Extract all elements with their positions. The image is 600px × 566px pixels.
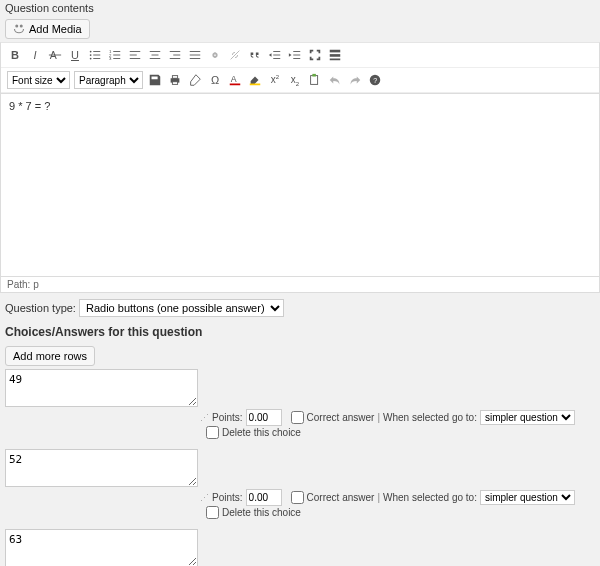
svg-rect-35	[330, 50, 341, 53]
editor-path: Path: p	[0, 277, 600, 293]
align-justify-icon[interactable]	[186, 46, 204, 64]
delete-label: Delete this choice	[222, 427, 301, 438]
correct-label: Correct answer	[307, 412, 375, 423]
svg-point-6	[90, 54, 92, 56]
add-media-label: Add Media	[29, 23, 82, 35]
svg-text:A: A	[231, 74, 237, 84]
svg-point-1	[20, 25, 23, 28]
unlink-icon[interactable]	[226, 46, 244, 64]
delete-checkbox[interactable]	[206, 506, 219, 519]
correct-checkbox[interactable]	[291, 491, 304, 504]
toolbar-toggle-icon[interactable]	[326, 46, 344, 64]
svg-rect-42	[230, 84, 241, 86]
svg-rect-44	[311, 76, 318, 85]
svg-text:3: 3	[109, 56, 112, 61]
svg-point-0	[15, 25, 18, 28]
strike-icon[interactable]: A	[46, 46, 64, 64]
paste-icon[interactable]	[306, 71, 324, 89]
align-center-icon[interactable]	[146, 46, 164, 64]
align-right-icon[interactable]	[166, 46, 184, 64]
choice-text[interactable]	[5, 369, 198, 407]
resize-handle-icon: ⋰	[200, 413, 209, 423]
goto-label: When selected go to:	[383, 412, 477, 423]
points-label: Points:	[212, 492, 243, 503]
text-color-icon[interactable]: A	[226, 71, 244, 89]
indent-icon[interactable]	[286, 46, 304, 64]
svg-rect-40	[172, 82, 177, 85]
sub-icon[interactable]: x2	[286, 71, 304, 89]
sup-icon[interactable]: x2	[266, 71, 284, 89]
print-icon[interactable]	[166, 71, 184, 89]
add-rows-button[interactable]: Add more rows	[5, 346, 95, 366]
underline-icon[interactable]: U	[66, 46, 84, 64]
delete-checkbox[interactable]	[206, 426, 219, 439]
goto-select[interactable]: simpler question	[480, 490, 575, 505]
help-icon[interactable]: ?	[366, 71, 384, 89]
font-size-select[interactable]: Font size	[7, 71, 70, 89]
svg-rect-39	[172, 76, 177, 79]
outdent-icon[interactable]	[266, 46, 284, 64]
block-format-select[interactable]: Paragraph	[74, 71, 143, 89]
save-icon[interactable]	[146, 71, 164, 89]
resize-handle-icon: ⋰	[200, 493, 209, 503]
svg-text:?: ?	[373, 77, 377, 84]
editor-toolbar: B I A U 123 Font size Paragraph Ω A	[0, 42, 600, 94]
choices-heading: Choices/Answers for this question	[5, 325, 595, 339]
eraser-icon[interactable]	[186, 71, 204, 89]
goto-select[interactable]: simpler question	[480, 410, 575, 425]
char-icon[interactable]: Ω	[206, 71, 224, 89]
svg-rect-36	[330, 54, 341, 57]
svg-rect-43	[250, 84, 261, 86]
correct-label: Correct answer	[307, 492, 375, 503]
choice-text[interactable]	[5, 449, 198, 487]
svg-rect-37	[330, 59, 341, 61]
italic-icon[interactable]: I	[26, 46, 44, 64]
ol-icon[interactable]: 123	[106, 46, 124, 64]
redo-icon[interactable]	[346, 71, 364, 89]
editor-body[interactable]: 9 * 7 = ?	[0, 94, 600, 277]
points-input[interactable]	[246, 409, 282, 426]
qtype-label: Question type:	[5, 302, 76, 314]
goto-label: When selected go to:	[383, 492, 477, 503]
bg-color-icon[interactable]	[246, 71, 264, 89]
svg-point-4	[90, 51, 92, 53]
qtype-select[interactable]: Radio buttons (one possible answer)	[79, 299, 284, 317]
delete-label: Delete this choice	[222, 507, 301, 518]
svg-rect-45	[312, 74, 316, 77]
svg-text:A: A	[50, 49, 57, 61]
quote-icon[interactable]	[246, 46, 264, 64]
points-input[interactable]	[246, 489, 282, 506]
points-label: Points:	[212, 412, 243, 423]
svg-point-8	[90, 58, 92, 60]
correct-checkbox[interactable]	[291, 411, 304, 424]
choice-text[interactable]	[5, 529, 198, 566]
ul-icon[interactable]	[86, 46, 104, 64]
bold-icon[interactable]: B	[6, 46, 24, 64]
section-label: Question contents	[5, 2, 600, 14]
link-icon[interactable]	[206, 46, 224, 64]
undo-icon[interactable]	[326, 71, 344, 89]
add-media-button[interactable]: Add Media	[5, 19, 90, 39]
align-left-icon[interactable]	[126, 46, 144, 64]
fullscreen-icon[interactable]	[306, 46, 324, 64]
